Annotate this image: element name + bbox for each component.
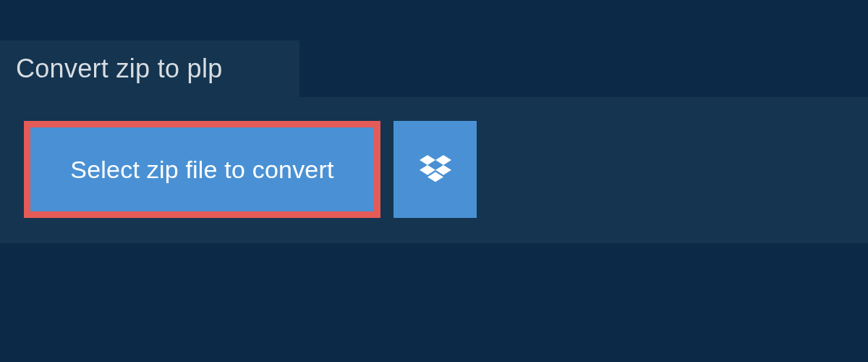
select-file-label: Select zip file to convert [70, 156, 333, 184]
dropbox-button[interactable] [393, 121, 477, 218]
dropbox-icon [420, 152, 451, 187]
header-tab: Convert zip to plp [0, 41, 299, 97]
select-file-button[interactable]: Select zip file to convert [24, 121, 380, 218]
page-title: Convert zip to plp [16, 54, 223, 84]
button-row: Select zip file to convert [24, 121, 477, 218]
upload-panel: Select zip file to convert [0, 97, 868, 243]
